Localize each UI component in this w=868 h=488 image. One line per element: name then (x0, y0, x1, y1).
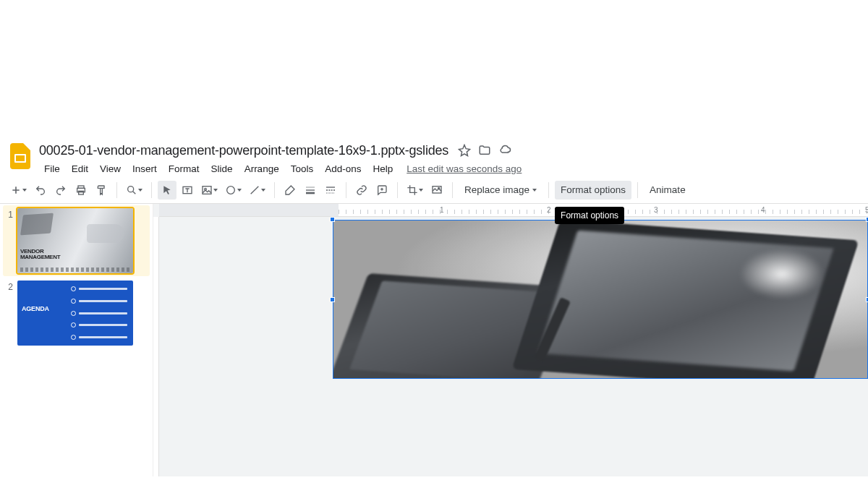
menu-arrange[interactable]: Arrange (239, 162, 284, 176)
mask-button[interactable] (427, 181, 446, 200)
line-tool[interactable] (246, 181, 268, 200)
document-title[interactable]: 00025-01-vendor-management-powerpoint-te… (39, 143, 448, 158)
svg-point-5 (128, 186, 134, 192)
paint-format-button[interactable] (92, 181, 111, 200)
redo-button[interactable] (51, 181, 70, 200)
menu-tools[interactable]: Tools (286, 162, 319, 176)
svg-rect-1 (16, 155, 25, 161)
format-options-tooltip: Format options (555, 207, 624, 224)
format-options-label: Format options (561, 184, 626, 195)
menu-help[interactable]: Help (367, 162, 398, 176)
slide-panel[interactable]: 1 VENDORMANAGEMENT 2 AGENDA (0, 204, 153, 476)
menu-view[interactable]: View (95, 162, 126, 176)
separator (397, 182, 398, 198)
resize-handle-w[interactable] (330, 297, 335, 302)
move-folder-icon[interactable] (477, 143, 492, 158)
menu-format[interactable]: Format (163, 162, 205, 176)
comment-button[interactable] (373, 181, 391, 200)
separator (116, 182, 117, 198)
link-button[interactable] (352, 181, 371, 200)
menu-edit[interactable]: Edit (67, 162, 93, 176)
selected-image[interactable] (333, 220, 868, 379)
menu-slide[interactable]: Slide (206, 162, 238, 176)
undo-button[interactable] (31, 181, 50, 200)
print-button[interactable] (72, 181, 90, 200)
svg-point-11 (438, 187, 440, 189)
zoom-button[interactable] (123, 181, 145, 200)
separator (346, 182, 346, 198)
ruler-tick: 5 (865, 206, 868, 214)
border-weight-button[interactable] (301, 181, 320, 200)
separator (637, 182, 638, 198)
menu-insert[interactable]: Insert (127, 162, 162, 176)
toolbar: Replace image Format options Format opti… (0, 176, 868, 204)
canvas-area[interactable]: 1 2 3 4 5 (153, 204, 868, 476)
replace-image-button[interactable]: Replace image (459, 181, 542, 200)
horizontal-ruler[interactable]: 1 2 3 4 5 (159, 204, 868, 217)
menu-file[interactable]: File (39, 162, 65, 176)
slide-thumb-row: 2 AGENDA (3, 281, 150, 346)
separator (151, 182, 152, 198)
animate-button[interactable]: Animate (644, 181, 692, 200)
separator (548, 182, 549, 198)
resize-handle-nw[interactable] (330, 217, 335, 222)
selection-outline (333, 220, 868, 379)
new-slide-button[interactable] (7, 181, 30, 200)
star-icon[interactable] (457, 143, 472, 158)
format-options-button[interactable]: Format options Format options (555, 181, 631, 200)
separator (274, 182, 275, 198)
shape-tool[interactable] (222, 181, 244, 200)
thumb2-title: AGENDA (22, 305, 49, 312)
menubar: File Edit View Insert Format Slide Arran… (39, 160, 859, 176)
separator (452, 182, 453, 198)
textbox-tool[interactable] (178, 181, 197, 200)
slides-app-icon[interactable] (9, 142, 32, 171)
ruler-tick: 1 (440, 206, 444, 214)
slide-thumb-2[interactable]: AGENDA (17, 281, 133, 346)
last-edit-link[interactable]: Last edit was seconds ago (407, 163, 522, 174)
ruler-tick: 2 (547, 206, 551, 214)
menu-addons[interactable]: Add-ons (320, 162, 366, 176)
slide-thumb-1[interactable]: VENDORMANAGEMENT (17, 208, 133, 273)
thumb1-title-b: MANAGEMENT (20, 254, 60, 260)
ruler-tick: 3 (654, 206, 658, 214)
border-dash-button[interactable] (321, 181, 340, 200)
border-color-button[interactable] (281, 181, 299, 200)
svg-rect-7 (203, 186, 211, 194)
slide-thumb-row: 1 VENDORMANAGEMENT (3, 205, 150, 276)
cloud-status-icon[interactable] (498, 143, 512, 158)
vertical-ruler[interactable] (153, 217, 159, 476)
slide-number: 1 (3, 208, 13, 273)
svg-point-9 (227, 186, 235, 194)
crop-button[interactable] (404, 181, 426, 200)
workspace: 1 VENDORMANAGEMENT 2 AGENDA (0, 204, 868, 476)
select-tool[interactable] (158, 181, 176, 200)
image-tool[interactable] (198, 181, 221, 200)
titlebar: 00025-01-vendor-management-powerpoint-te… (0, 137, 868, 176)
slide-number: 2 (3, 281, 13, 346)
ruler-tick: 4 (761, 206, 765, 214)
